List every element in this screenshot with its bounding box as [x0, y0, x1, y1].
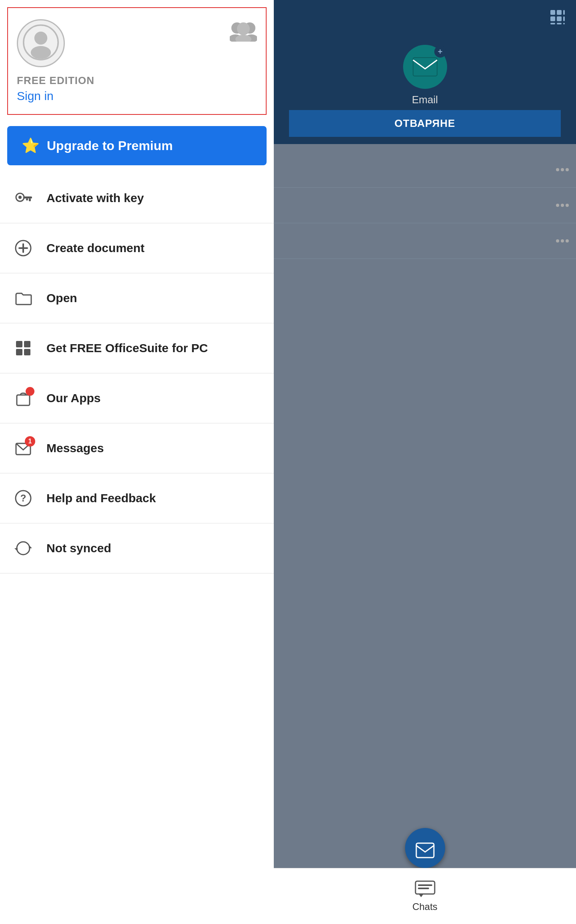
upgrade-button-label: Upgrade to Premium	[47, 138, 173, 153]
sign-in-link[interactable]: Sign in	[17, 89, 94, 103]
menu-item-activate[interactable]: Activate with key	[0, 173, 274, 223]
svg-point-2	[31, 46, 51, 59]
email-label: Email	[412, 94, 438, 106]
svg-rect-31	[557, 16, 562, 21]
svg-rect-36	[413, 58, 437, 76]
svg-rect-32	[563, 16, 565, 21]
three-dots-menu-1[interactable]	[556, 168, 569, 171]
profile-text: FREE EDITION Sign in	[17, 74, 94, 103]
svg-rect-18	[24, 341, 30, 347]
premium-star-icon: ⭐	[22, 137, 40, 154]
email-plus-icon: +	[434, 46, 446, 58]
svg-rect-17	[16, 341, 22, 347]
fab-button[interactable]	[405, 828, 445, 868]
svg-rect-28	[557, 10, 562, 15]
three-dots-menu-3[interactable]	[556, 239, 569, 243]
chats-icon	[415, 880, 436, 899]
windows-icon	[13, 338, 34, 359]
svg-rect-11	[23, 196, 32, 198]
upgrade-premium-button[interactable]: ⭐ Upgrade to Premium	[7, 126, 267, 165]
menu-label-activate: Activate with key	[46, 191, 144, 205]
menu-item-open[interactable]: Open	[0, 273, 274, 323]
drawer-panel: FREE EDITION Sign in ⭐ Upgrade to Premiu…	[0, 0, 274, 924]
question-circle-icon: ?	[13, 488, 34, 509]
svg-rect-34	[557, 23, 562, 24]
svg-rect-21	[17, 395, 30, 405]
key-icon	[13, 188, 34, 208]
right-row-1	[274, 152, 576, 188]
menu-label-messages: Messages	[46, 441, 104, 455]
free-edition-label: FREE EDITION	[17, 74, 94, 87]
svg-rect-19	[16, 349, 22, 355]
open-email-button[interactable]: ОТВАРЯНЕ	[289, 110, 561, 137]
svg-rect-41	[418, 884, 432, 886]
svg-rect-30	[550, 16, 555, 21]
svg-rect-35	[563, 23, 565, 24]
menu-list: Activate with key Create document Open	[0, 173, 274, 573]
svg-rect-39	[416, 843, 434, 858]
svg-rect-27	[550, 10, 555, 15]
svg-rect-20	[24, 349, 30, 355]
menu-label-create-document: Create document	[46, 241, 145, 255]
right-top-bar	[274, 0, 576, 36]
messages-badge: 1	[25, 436, 35, 447]
avatar	[17, 19, 65, 67]
right-panel: + Email ОТВАРЯНЕ	[274, 0, 576, 924]
menu-label-open: Open	[46, 291, 77, 305]
menu-label-get-pc: Get FREE OfficeSuite for PC	[46, 341, 208, 355]
our-apps-badge	[26, 387, 34, 396]
svg-rect-16	[22, 243, 24, 253]
group-icon	[230, 21, 257, 43]
menu-label-our-apps: Our Apps	[46, 391, 101, 405]
messages-envelope-icon: 1	[13, 438, 34, 459]
svg-rect-12	[29, 198, 31, 201]
chats-label: Chats	[412, 901, 438, 912]
profile-section[interactable]: FREE EDITION Sign in	[7, 7, 267, 115]
email-card: + Email ОТВАРЯНЕ	[274, 36, 576, 144]
menu-item-not-synced[interactable]: Not synced	[0, 523, 274, 573]
svg-point-1	[34, 32, 47, 44]
grid-icon[interactable]	[549, 8, 566, 28]
bottom-bar: Chats	[274, 868, 576, 924]
sync-icon	[13, 538, 34, 559]
right-content: Chats	[274, 144, 576, 924]
right-row-2	[274, 188, 576, 223]
menu-item-create-document[interactable]: Create document	[0, 223, 274, 273]
menu-item-get-pc[interactable]: Get FREE OfficeSuite for PC	[0, 323, 274, 373]
svg-point-10	[18, 196, 22, 199]
menu-item-messages[interactable]: 1 Messages	[0, 423, 274, 473]
svg-rect-33	[550, 23, 555, 24]
svg-point-5	[237, 22, 250, 35]
menu-label-not-synced: Not synced	[46, 541, 111, 555]
folder-icon	[13, 288, 34, 309]
bag-icon	[13, 388, 34, 409]
user-avatar-icon	[23, 24, 59, 62]
svg-text:?: ?	[20, 493, 26, 503]
svg-rect-42	[418, 888, 429, 889]
circle-plus-icon	[13, 238, 34, 259]
svg-rect-29	[563, 10, 565, 15]
profile-left: FREE EDITION Sign in	[17, 19, 94, 103]
email-envelope-icon: +	[403, 45, 447, 89]
three-dots-menu-2[interactable]	[556, 204, 569, 207]
menu-label-help: Help and Feedback	[46, 491, 156, 505]
menu-item-our-apps[interactable]: Our Apps	[0, 373, 274, 423]
svg-rect-13	[26, 198, 28, 200]
menu-item-help[interactable]: ? Help and Feedback	[0, 473, 274, 523]
right-row-3	[274, 223, 576, 259]
fab-container	[405, 828, 445, 868]
